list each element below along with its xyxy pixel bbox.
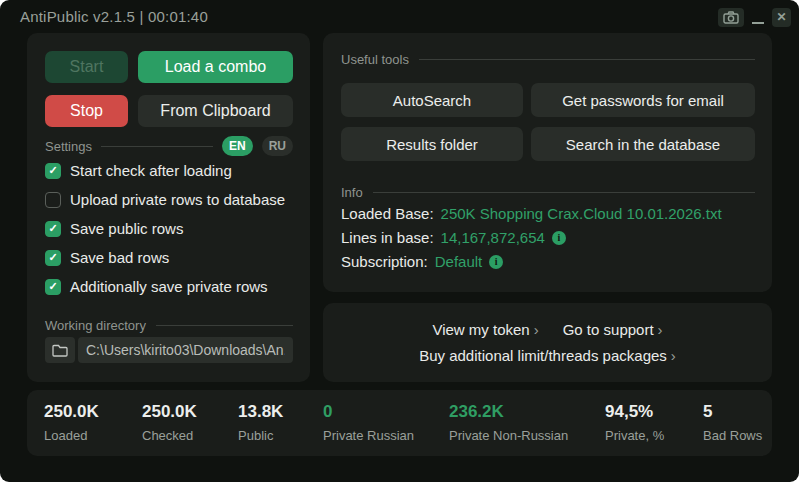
view-token-link[interactable]: View my token› (432, 321, 538, 338)
subscription-label: Subscription: (341, 253, 428, 270)
get-passwords-button[interactable]: Get passwords for email (531, 83, 755, 117)
loaded-base-row: Loaded Base: 250K Shopping Crax.Cloud 10… (341, 205, 755, 222)
stat-label: Public (238, 428, 283, 443)
app-window: AntiPublic v2.1.5 | 00:01:40 ✕ (0, 0, 799, 482)
checkbox-icon: ✓ (45, 163, 61, 179)
useful-tools-label: Useful tools (341, 52, 409, 67)
stat-label: Private Non-Russian (449, 428, 568, 443)
stat-private-percent: 94,5% Private, % (605, 402, 664, 443)
divider (156, 325, 293, 326)
buy-packages-link[interactable]: Buy additional limit/threads packages› (419, 347, 676, 364)
start-button[interactable]: Start (45, 51, 128, 83)
info-rows: Loaded Base: 250K Shopping Crax.Cloud 10… (341, 205, 755, 270)
stat-label: Private, % (605, 428, 664, 443)
stat-value: 236.2K (449, 402, 568, 422)
from-clipboard-button[interactable]: From Clipboard (138, 95, 293, 127)
settings-checkboxes: ✓ Start check after loading ✓ Upload pri… (45, 162, 300, 295)
stat-label: Bad Rows (703, 428, 762, 443)
minimize-icon (752, 22, 764, 24)
checkbox-2[interactable]: ✓ Save public rows (45, 220, 300, 237)
checkbox-label: Start check after loading (70, 162, 232, 179)
folder-icon (52, 344, 68, 357)
chevron-right-icon: › (671, 347, 676, 364)
divider (373, 192, 755, 193)
info-label: Info (341, 185, 363, 200)
checkbox-label: Upload private rows to database (70, 191, 285, 208)
camera-icon (723, 11, 739, 24)
checkbox-icon: ✓ (45, 250, 61, 266)
stat-label: Private Russian (323, 428, 414, 443)
support-link[interactable]: Go to support› (563, 321, 663, 338)
stat-private-non-russian: 236.2K Private Non-Russian (449, 402, 568, 443)
browse-folder-button[interactable] (45, 337, 75, 363)
close-button[interactable]: ✕ (772, 8, 791, 27)
checkbox-label: Save public rows (70, 220, 183, 237)
stat-value: 250.0K (44, 402, 99, 422)
stat-value: 5 (703, 402, 762, 422)
checkbox-1[interactable]: ✓ Upload private rows to database (45, 191, 300, 208)
info-icon[interactable]: i (489, 255, 503, 269)
working-directory-header: Working directory (45, 318, 293, 333)
close-icon: ✕ (776, 10, 786, 24)
minimize-button[interactable] (751, 8, 765, 27)
stat-bad-rows: 5 Bad Rows (703, 402, 762, 443)
tools-info-panel: Useful tools AutoSearch Get passwords fo… (323, 33, 772, 292)
loaded-base-value: 250K Shopping Crax.Cloud 10.01.2026.txt (441, 205, 722, 222)
stat-checked: 250.0K Checked (142, 402, 197, 443)
stat-value: 94,5% (605, 402, 664, 422)
divider (101, 146, 213, 147)
main-buttons: Start Load a combo Stop From Clipboard (45, 51, 293, 127)
checkbox-4[interactable]: ✓ Additionally save private rows (45, 278, 300, 295)
screenshot-button[interactable] (718, 8, 744, 27)
stat-value: 0 (323, 402, 414, 422)
stat-value: 13.8K (238, 402, 283, 422)
subscription-value: Default (435, 253, 483, 270)
divider (419, 59, 755, 60)
links-line-2: Buy additional limit/threads packages› (419, 347, 676, 364)
stat-public: 13.8K Public (238, 402, 283, 443)
stat-value: 250.0K (142, 402, 197, 422)
search-database-button[interactable]: Search in the database (531, 127, 755, 161)
checkbox-icon: ✓ (45, 279, 61, 295)
language-toggle-ru[interactable]: RU (262, 136, 293, 156)
working-directory-row (45, 337, 293, 363)
links-panel: View my token› Go to support› Buy additi… (323, 303, 772, 382)
control-panel: Start Load a combo Stop From Clipboard S… (27, 33, 310, 382)
language-toggle-en[interactable]: EN (222, 136, 253, 156)
settings-label: Settings (45, 139, 92, 154)
settings-header: Settings EN RU (45, 136, 293, 156)
checkbox-label: Additionally save private rows (70, 278, 268, 295)
checkbox-label: Save bad rows (70, 249, 169, 266)
checkbox-icon: ✓ (45, 221, 61, 237)
checkbox-3[interactable]: ✓ Save bad rows (45, 249, 300, 266)
stat-loaded: 250.0K Loaded (44, 402, 99, 443)
stop-button[interactable]: Stop (45, 95, 128, 127)
lines-in-base-row: Lines in base: 14,167,872,654 i (341, 229, 755, 246)
lines-in-base-label: Lines in base: (341, 229, 434, 246)
subscription-row: Subscription: Default i (341, 253, 755, 270)
titlebar: AntiPublic v2.1.5 | 00:01:40 ✕ (0, 0, 799, 32)
working-directory-label: Working directory (45, 318, 146, 333)
stat-label: Loaded (44, 428, 99, 443)
checkbox-0[interactable]: ✓ Start check after loading (45, 162, 300, 179)
chevron-right-icon: › (658, 321, 663, 338)
checkbox-icon: ✓ (45, 192, 61, 208)
load-combo-button[interactable]: Load a combo (138, 51, 293, 83)
info-icon[interactable]: i (552, 231, 566, 245)
lines-in-base-value: 14,167,872,654 (441, 229, 545, 246)
loaded-base-label: Loaded Base: (341, 205, 434, 222)
results-folder-button[interactable]: Results folder (341, 127, 523, 161)
stat-label: Checked (142, 428, 197, 443)
links-line-1: View my token› Go to support› (432, 321, 662, 338)
autosearch-button[interactable]: AutoSearch (341, 83, 523, 117)
stat-private-russian: 0 Private Russian (323, 402, 414, 443)
window-controls: ✕ (718, 7, 791, 27)
info-header: Info (341, 185, 755, 200)
tools-buttons: AutoSearch Get passwords for email Resul… (341, 83, 755, 161)
chevron-right-icon: › (534, 321, 539, 338)
working-directory-input[interactable] (78, 337, 293, 363)
useful-tools-header: Useful tools (341, 52, 755, 67)
window-title: AntiPublic v2.1.5 | 00:01:40 (20, 8, 208, 25)
stats-bar: 250.0K Loaded 250.0K Checked 13.8K Publi… (27, 390, 772, 456)
